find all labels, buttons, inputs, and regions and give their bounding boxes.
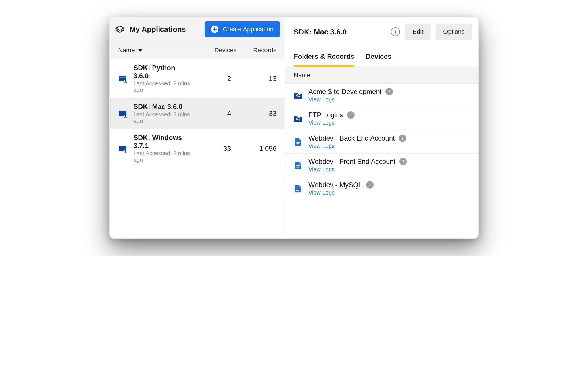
application-row[interactable]: SDK: Python 3.6.0Last Accessed: 2 mins a…: [110, 59, 285, 98]
detail-info-icon[interactable]: i: [391, 27, 400, 36]
application-name: SDK: Windows 3.7.1: [134, 134, 191, 150]
application-last-accessed: Last Accessed: 2 mins ago: [134, 80, 191, 93]
column-header-name-label: Name: [118, 47, 135, 54]
record-body: Webdev - Back End AccountiView Logs: [308, 134, 406, 149]
application-labels: SDK: Windows 3.7.1Last Accessed: 2 mins …: [134, 134, 191, 163]
records-column-header-name: Name: [285, 67, 478, 84]
record-info-icon[interactable]: i: [399, 158, 407, 165]
records-list: Acme Site DevelopmentiView LogsFTP Login…: [285, 84, 478, 200]
application-records-count: 1,056: [237, 145, 276, 152]
tab-devices[interactable]: Devices: [366, 53, 391, 67]
application-records-count: 13: [237, 75, 276, 83]
application-devices-count: 33: [197, 145, 231, 152]
create-application-button[interactable]: Create Application: [205, 21, 280, 37]
record-name: Webdev - MySQL: [308, 181, 362, 189]
column-header-name[interactable]: Name: [118, 47, 203, 54]
record-name: FTP Logins: [308, 111, 343, 119]
application-records-count: 33: [237, 110, 276, 118]
application-gear-icon: [118, 74, 128, 83]
record-body: Webdev - Front End AccountiView Logs: [308, 158, 407, 173]
application-last-accessed: Last Accessed: 2 mins ago: [134, 111, 191, 124]
document-icon: [294, 137, 303, 147]
application-gear-icon: [118, 109, 128, 118]
application-last-accessed: Last Accessed: 2 mins ago: [134, 150, 191, 163]
detail-tabs: Folders & Records Devices: [285, 43, 478, 67]
detail-pane: SDK: Mac 3.6.0 i Edit Options Folders & …: [285, 17, 478, 238]
column-header-devices[interactable]: Devices: [203, 47, 237, 54]
record-body: Acme Site DevelopmentiView Logs: [308, 88, 393, 103]
application-labels: SDK: Python 3.6.0Last Accessed: 2 mins a…: [134, 64, 191, 93]
tab-folders-records[interactable]: Folders & Records: [294, 53, 354, 67]
application-name: SDK: Mac 3.6.0: [134, 103, 191, 111]
record-name: Acme Site Development: [308, 88, 381, 96]
share-folder-icon: [294, 114, 303, 123]
caret-down-icon: [137, 48, 143, 53]
record-row[interactable]: Webdev - Front End AccountiView Logs: [285, 154, 478, 177]
options-button[interactable]: Options: [436, 24, 472, 40]
application-devices-count: 2: [197, 75, 231, 83]
create-application-label: Create Application: [223, 26, 274, 33]
record-name: Webdev - Back End Account: [308, 134, 395, 142]
applications-pane: My Applications Create Application Name …: [110, 17, 285, 238]
record-body: Webdev - MySQLiView Logs: [308, 181, 374, 196]
app-window: My Applications Create Application Name …: [109, 17, 479, 239]
record-row[interactable]: Acme Site DevelopmentiView Logs: [285, 84, 478, 107]
column-header-records[interactable]: Records: [237, 47, 276, 54]
edit-button[interactable]: Edit: [405, 24, 431, 40]
view-logs-link[interactable]: View Logs: [308, 189, 374, 196]
applications-title: My Applications: [130, 25, 200, 34]
application-row[interactable]: SDK: Windows 3.7.1Last Accessed: 2 mins …: [110, 129, 285, 168]
document-icon: [294, 161, 303, 170]
detail-header: SDK: Mac 3.6.0 i Edit Options: [285, 17, 478, 43]
brand-logo-icon: [115, 25, 125, 34]
application-gear-icon: [118, 144, 128, 153]
applications-column-headers: Name Devices Records: [110, 41, 285, 59]
application-name: SDK: Python 3.6.0: [134, 64, 191, 80]
share-folder-icon: [294, 91, 303, 100]
record-info-icon[interactable]: i: [399, 135, 406, 142]
view-logs-link[interactable]: View Logs: [308, 120, 355, 126]
plus-circle-icon: [211, 25, 219, 33]
record-body: FTP LoginsiView Logs: [308, 111, 355, 126]
document-icon: [294, 184, 303, 193]
record-info-icon[interactable]: i: [366, 181, 374, 189]
record-info-icon[interactable]: i: [385, 88, 393, 95]
record-row[interactable]: Webdev - Back End AccountiView Logs: [285, 130, 478, 154]
record-row[interactable]: FTP LoginsiView Logs: [285, 107, 478, 130]
view-logs-link[interactable]: View Logs: [308, 143, 406, 149]
record-name: Webdev - Front End Account: [308, 158, 395, 166]
applications-list: SDK: Python 3.6.0Last Accessed: 2 mins a…: [110, 59, 285, 168]
application-labels: SDK: Mac 3.6.0Last Accessed: 2 mins ago: [134, 103, 191, 124]
record-row[interactable]: Webdev - MySQLiView Logs: [285, 177, 478, 200]
applications-header: My Applications Create Application: [110, 17, 285, 41]
detail-title: SDK: Mac 3.6.0: [294, 28, 386, 36]
view-logs-link[interactable]: View Logs: [308, 96, 393, 103]
record-info-icon[interactable]: i: [347, 111, 355, 119]
view-logs-link[interactable]: View Logs: [308, 166, 407, 173]
application-devices-count: 4: [197, 110, 231, 118]
application-row[interactable]: SDK: Mac 3.6.0Last Accessed: 2 mins ago4…: [110, 98, 285, 129]
